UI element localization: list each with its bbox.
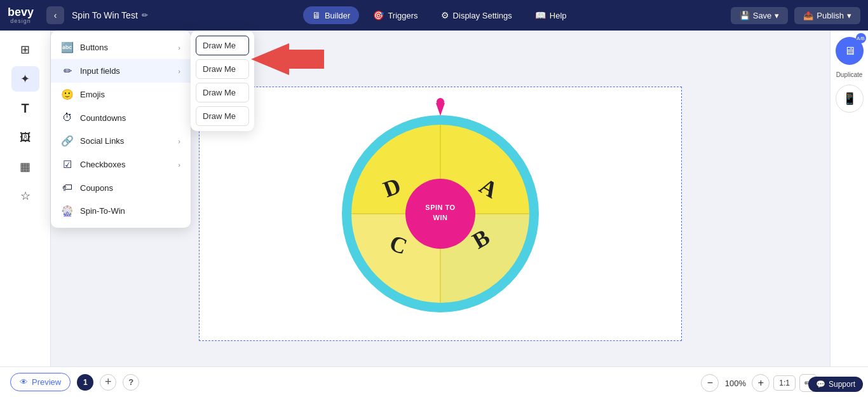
zoom-out-button[interactable]: − — [701, 374, 719, 392]
top-nav: bevy design ‹ Spin To Win Test ✏ 🖥 Build… — [0, 0, 868, 31]
edit-title-icon[interactable]: ✏ — [142, 11, 148, 20]
zoom-level: 100% — [722, 379, 748, 388]
right-panel: A/B 🖥 Duplicate 📱 — [830, 31, 868, 397]
layers-icon: ⊞ — [20, 43, 30, 57]
checkboxes-chevron: › — [178, 161, 180, 169]
image-icon: 🖼 — [20, 131, 31, 144]
draw-me-btn-2[interactable]: Draw Me — [196, 59, 249, 79]
input-fields-icon: ✏ — [61, 65, 74, 77]
draw-me-btn-1[interactable]: Draw Me — [196, 36, 249, 55]
help-badge-button[interactable]: ? — [123, 374, 139, 391]
elements-icon: ✦ — [20, 72, 30, 86]
ab-test-section: A/B 🖥 — [836, 37, 864, 65]
display-settings-icon: ⚙ — [441, 10, 449, 20]
countdowns-label: Countdowns — [80, 113, 126, 123]
tab-display-settings[interactable]: ⚙ Display Settings — [432, 6, 521, 24]
elements-dropdown: 🔤 Buttons › ✏ Input fields › 🙂 Emojis ⏱ … — [51, 31, 191, 228]
logo-sub: design — [10, 18, 31, 24]
nav-tabs: 🖥 Builder 🎯 Triggers ⚙ Display Settings … — [303, 6, 576, 24]
menu-item-input-fields[interactable]: ✏ Input fields › — [51, 59, 191, 83]
sidebar-star-btn[interactable]: ☆ — [11, 183, 39, 209]
checkboxes-label: Checkboxes — [80, 160, 126, 169]
draw-me-btn-4[interactable]: Draw Me — [196, 106, 249, 126]
grid-icon: ▦ — [20, 160, 31, 174]
spin-wheel: A B C D SPIN TO WIN — [339, 112, 542, 316]
sidebar-grid-btn[interactable]: ▦ — [11, 154, 39, 179]
wheel-pointer — [431, 98, 450, 117]
preview-icon: 👁 — [20, 377, 28, 387]
duplicate-label: Duplicate — [836, 71, 863, 78]
zoom-in-button[interactable]: + — [752, 374, 770, 392]
coupons-icon: 🏷 — [61, 182, 74, 193]
mobile-button[interactable]: 📱 — [836, 85, 864, 113]
social-links-icon: 🔗 — [61, 135, 74, 147]
zoom-reset-button[interactable]: 1:1 — [773, 375, 796, 391]
draw-me-btn-3[interactable]: Draw Me — [196, 83, 249, 102]
social-links-chevron: › — [178, 137, 180, 145]
buttons-icon: 🔤 — [61, 41, 74, 53]
publish-button[interactable]: 📤 Publish ▾ — [794, 7, 860, 24]
page-1-badge[interactable]: 1 — [77, 374, 93, 391]
wheel-svg: A B C D SPIN TO WIN — [339, 112, 542, 316]
project-title: Spin To Win Test ✏ — [72, 10, 148, 20]
input-fields-chevron: › — [178, 67, 180, 75]
buttons-submenu: Draw Me Draw Me Draw Me Draw Me — [191, 31, 254, 131]
sidebar-layers-btn[interactable]: ⊞ — [11, 37, 39, 62]
tab-help[interactable]: 📖 Help — [526, 6, 576, 24]
input-fields-label: Input fields — [80, 66, 120, 76]
menu-item-buttons[interactable]: 🔤 Buttons › — [51, 36, 191, 59]
text-icon: T — [21, 101, 29, 116]
left-sidebar: ⊞ ✦ T 🖼 ▦ ☆ — [0, 31, 51, 397]
logo: bevy design — [8, 6, 34, 24]
checkboxes-icon: ☑ — [61, 158, 74, 171]
add-page-button[interactable]: + — [100, 374, 116, 391]
buttons-chevron: › — [178, 44, 180, 52]
svg-text:SPIN TO: SPIN TO — [425, 204, 455, 211]
ab-indicator: A/B — [856, 33, 866, 43]
builder-icon: 🖥 — [312, 10, 321, 20]
help-icon: 📖 — [535, 10, 546, 20]
spin-to-win-icon: 🎡 — [61, 205, 74, 217]
save-chevron: ▾ — [775, 11, 779, 20]
menu-item-emojis[interactable]: 🙂 Emojis — [51, 83, 191, 106]
publish-icon: 📤 — [803, 11, 813, 20]
menu-item-coupons[interactable]: 🏷 Coupons — [51, 176, 191, 199]
social-links-label: Social Links — [80, 136, 124, 146]
bottom-bar: 👁 Preview 1 + ? − 100% + 1:1 ✏ 💬 Support — [0, 366, 868, 397]
back-button[interactable]: ‹ — [46, 6, 64, 24]
main-layout: ⊞ ✦ T 🖼 ▦ ☆ 🔤 Buttons › ✏ Inp — [0, 31, 868, 397]
triggers-icon: 🎯 — [373, 10, 384, 20]
support-icon: 💬 — [816, 380, 825, 389]
logo-name: bevy — [8, 6, 34, 18]
canvas-frame[interactable]: A B C D SPIN TO WIN — [199, 87, 682, 341]
countdowns-icon: ⏱ — [61, 112, 74, 123]
star-icon: ☆ — [20, 189, 31, 203]
menu-item-countdowns[interactable]: ⏱ Countdowns — [51, 106, 191, 129]
zoom-controls: − 100% + 1:1 ✏ — [701, 374, 817, 392]
sidebar-image-btn[interactable]: 🖼 — [11, 125, 39, 150]
svg-marker-3 — [436, 103, 445, 116]
save-icon: 💾 — [740, 11, 750, 20]
menu-item-spin-to-win[interactable]: 🎡 Spin-To-Win — [51, 199, 191, 223]
tab-builder[interactable]: 🖥 Builder — [303, 6, 359, 24]
menu-item-checkboxes[interactable]: ☑ Checkboxes › — [51, 153, 191, 176]
save-button[interactable]: 💾 Save ▾ — [731, 7, 789, 24]
support-button[interactable]: 💬 Support — [808, 377, 863, 392]
preview-button[interactable]: 👁 Preview — [10, 373, 71, 391]
publish-chevron: ▾ — [847, 11, 851, 20]
emojis-label: Emojis — [80, 90, 105, 99]
menu-item-social-links[interactable]: 🔗 Social Links › — [51, 129, 191, 153]
svg-text:WIN: WIN — [433, 214, 448, 221]
sidebar-elements-btn[interactable]: ✦ — [11, 66, 39, 92]
coupons-label: Coupons — [80, 183, 113, 193]
tab-triggers[interactable]: 🎯 Triggers — [364, 6, 426, 24]
sidebar-text-btn[interactable]: T — [11, 95, 39, 121]
spin-to-win-label: Spin-To-Win — [80, 206, 125, 216]
buttons-label: Buttons — [80, 43, 108, 52]
emojis-icon: 🙂 — [61, 88, 74, 101]
nav-right: 💾 Save ▾ 📤 Publish ▾ — [731, 7, 860, 24]
